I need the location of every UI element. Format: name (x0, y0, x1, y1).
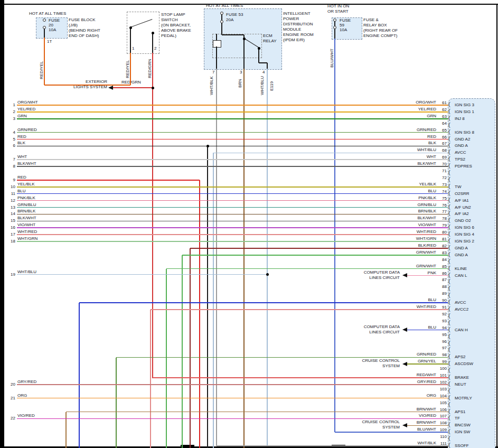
pin-arc-icon: ( (448, 402, 450, 407)
row-number: 20 (6, 382, 15, 387)
wire-to-pin-108 (407, 425, 448, 426)
wire-vertical (334, 21, 335, 26)
wire-vertical (221, 23, 222, 35)
jb-desc-line: END OF DASH) (69, 33, 99, 39)
pin-number: 64 (435, 121, 447, 126)
pin-number: 81 (435, 237, 447, 242)
wire-vertical (221, 14, 222, 20)
pin-wire-label: ORG (383, 393, 436, 398)
jb-fuse-amps: 10A (49, 27, 56, 33)
stop-lamp-desc: SWITCH (161, 17, 178, 23)
pin-arc-icon: ( (448, 313, 450, 319)
ipdm-desc: INTELLIGENT (283, 11, 311, 16)
cruise-arrow-icon (402, 362, 407, 366)
row-number: 1 (6, 102, 15, 108)
pin-name: TF (455, 416, 460, 421)
wire-vertical (116, 358, 117, 448)
wire-to-pin-94 (407, 330, 448, 331)
pin-arc-icon: ( (448, 108, 450, 114)
pin-wire-label: YEL/RED (383, 107, 436, 112)
wire-vertical (130, 27, 131, 53)
pin-arc-icon: ( (448, 374, 450, 380)
row-number: 16 (6, 225, 15, 230)
row-number: 9 (6, 178, 15, 183)
pin-wire-label: ORG/WHT (383, 100, 436, 105)
ipdm-wire-label: BRN (238, 79, 243, 88)
pin-name: AVCC2 (455, 307, 468, 312)
pin-number: 70 (435, 162, 447, 167)
stop-lamp-desc: STOP LAMP (161, 12, 185, 17)
pin-number: 71 (435, 169, 447, 174)
pin-number: 75 (435, 196, 447, 201)
pin-wire-label: GRN (383, 114, 436, 119)
pin-name: APS2 (455, 354, 465, 360)
row-number: 21 (6, 396, 15, 401)
pin-wire-label: WHT/GRN (383, 236, 436, 241)
pin-arc-icon: ( (448, 278, 450, 284)
fuse59-desc: ENGINE COMPT) (363, 33, 397, 39)
fuse59-desc: (RIGHT REAR OF (363, 28, 398, 33)
wire-vertical (267, 63, 268, 69)
pin-number: 103 (435, 387, 447, 392)
pin-number: 88 (435, 284, 447, 290)
wire-to-pin-68 (213, 153, 448, 154)
pin-number: 65 (435, 128, 447, 133)
pin-number: 107 (435, 414, 447, 419)
wire-to-pin-99 (407, 363, 448, 365)
frame-top (0, 4, 498, 5)
wire-vertical (243, 39, 245, 69)
stop-lamp-desc: PEDAL) (161, 33, 176, 39)
cruise-annotation: CRUISE CONTROL (331, 419, 400, 425)
junction-dot (129, 26, 132, 29)
pin-arc-icon: ( (448, 428, 450, 434)
pin-wire-label: YEL/BLK (383, 182, 436, 187)
frame-left (0, 0, 4, 448)
pin-number: 93 (435, 319, 447, 324)
stop-lamp-desc: ABOVE BRAKE (161, 28, 191, 33)
pin-arc-icon: ( (448, 353, 450, 359)
wire-vertical (130, 53, 131, 85)
computer-annotation: LINES CIRCUIT (331, 275, 400, 281)
pin-name: IGN SW (455, 430, 470, 435)
pin-number: 78 (435, 216, 447, 221)
wire-vertical (44, 29, 45, 38)
ipdm-fuse-label: FUSE 53 (226, 12, 243, 17)
wire-vertical (44, 38, 45, 85)
pin-name: SSOFF (455, 443, 469, 448)
wire-row-19 (17, 274, 267, 275)
pin-arc-icon: ( (448, 367, 450, 373)
pin-name: A/F UN2 (455, 205, 471, 210)
pin-number: 84 (435, 257, 447, 263)
pin-arc-icon: ( (448, 408, 450, 414)
jb-pin-label: 1T (47, 39, 52, 44)
wire-vertical (216, 34, 217, 40)
pin-arc-icon: ( (448, 395, 450, 400)
computer-arrow-icon (402, 328, 407, 332)
pin-wire-label: WHT/RED (383, 229, 436, 235)
pin-arc-icon: ( (448, 163, 450, 169)
pin-arc-icon: ( (448, 333, 450, 339)
pin-number: 80 (435, 230, 447, 235)
stop-lamp-desc: (ON BRACKET, (161, 23, 191, 28)
pin-arc-icon: ( (448, 292, 450, 298)
pin-number: 97 (435, 346, 447, 351)
row-number: 11 (6, 191, 15, 197)
pin-number: 66 (435, 135, 447, 140)
pin-number: 95 (435, 332, 447, 338)
pin-name: IGN SIG 6 (455, 225, 474, 230)
pin-name: KLINE (455, 266, 467, 272)
ipdm-desc: POWER (283, 16, 299, 22)
pin-arc-icon: ( (448, 142, 450, 148)
pin-number: 102 (435, 380, 447, 385)
wire-vertical (243, 69, 245, 448)
pin-arc-icon: ( (448, 156, 450, 162)
pin-arc-icon: ( (448, 299, 450, 305)
pin-name: GND A (455, 253, 468, 258)
wire-to-pin-83 (182, 255, 448, 256)
pin-arc-icon: ( (448, 245, 450, 250)
pin-arc-icon: ( (448, 326, 450, 332)
wire-vertical (216, 69, 217, 446)
pin-name: BRAKE (455, 375, 469, 380)
wire-vertical (79, 303, 80, 448)
pin-wire-label: BRN/BLK (383, 209, 436, 214)
